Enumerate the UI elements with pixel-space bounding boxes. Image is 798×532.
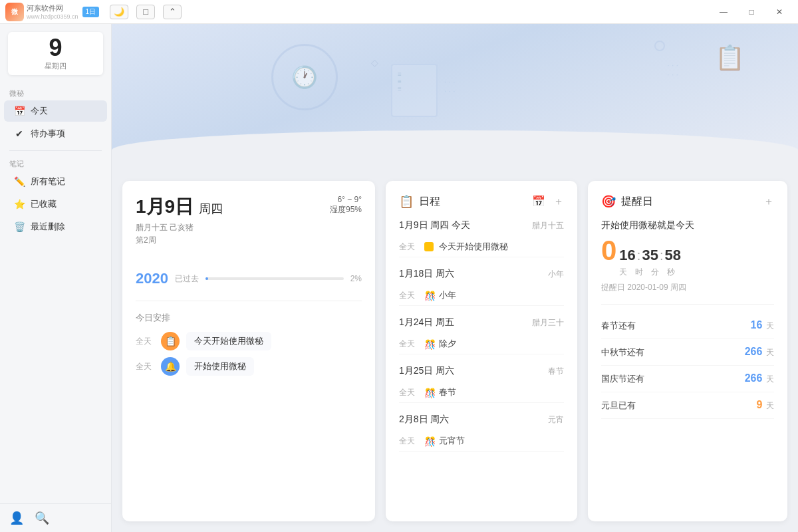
reminder-panel-title: 🎯 提醒日 — [601, 194, 653, 209]
sidebar-date-num: 9 — [15, 36, 96, 60]
check-icon: ✔ — [13, 128, 25, 139]
reminder-item-name-3: 元旦已有 — [601, 400, 636, 412]
schedule-date-lunar-2: 腊月三十 — [532, 317, 564, 329]
deco-calendar-icon: 📋 — [715, 44, 745, 72]
schedule-text-2: 开始使用微秘 — [186, 357, 254, 376]
app-body: 9 星期四 微秘 📅 今天 ✔ 待办事项 笔记 ✏️ 所有笔记 ⭐ 已收藏 🗑️… — [0, 24, 798, 532]
reminder-item-name-2: 国庆节还有 — [601, 373, 644, 385]
sidebar: 9 星期四 微秘 📅 今天 ✔ 待办事项 笔记 ✏️ 所有笔记 ⭐ 已收藏 🗑️… — [0, 24, 112, 532]
schedule-panel-title: 📋 日程 — [399, 194, 440, 209]
sidebar-item-deleted[interactable]: 🗑️ 最近删除 — [4, 216, 107, 237]
schedule-group-2: 1月24日 周五 腊月三十 全天 🎊 除夕 — [399, 317, 564, 354]
countdown-display: 0 16 : 35 : 58 天 — [601, 237, 774, 278]
schedule-event-1-0: 全天 🎊 小年 — [399, 285, 564, 306]
schedule-date-header-3: 1月25日 周六 春节 — [399, 365, 564, 377]
logo-site-url: www.hzdpc0359.cn — [27, 13, 78, 20]
deco-notebook: ≡≡≡ — [391, 64, 438, 117]
sidebar-item-deleted-label: 最近删除 — [31, 221, 65, 233]
reminder-item-days-3: 9 天 — [756, 399, 774, 412]
close-button[interactable]: ✕ — [766, 3, 793, 21]
app-logo: 微 河东软件网 www.hzdpc0359.cn 1日 — [5, 3, 99, 21]
schedule-date-title-2: 1月24日 周五 — [399, 317, 454, 329]
section-label-misec: 微秘 — [0, 86, 111, 100]
sidebar-date-week: 星期四 — [15, 61, 96, 71]
event-dot-yellow — [424, 242, 434, 251]
countdown-unit-labels: 天 时 分 秒 — [619, 267, 681, 278]
year-progress: 2020 已过去 2% — [136, 270, 362, 287]
schedule-item-2: 全天 🔔 开始使用微秘 — [136, 357, 362, 376]
reminder-event-name: 开始使用微秘就是今天 — [601, 219, 774, 231]
schedule-event-2-0: 全天 🎊 除夕 — [399, 334, 564, 354]
schedule-icon: 📋 — [399, 194, 414, 209]
date-widget: 9 星期四 — [8, 32, 103, 75]
year-passed-label: 已过去 — [175, 273, 199, 285]
schedule-text-1: 今天开始使用微秘 — [186, 332, 271, 350]
reminder-item-days-0: 16 天 — [751, 319, 774, 332]
sidebar-item-todo-label: 待办事项 — [31, 128, 65, 140]
moon-icon-btn[interactable]: 🌙 — [110, 5, 128, 19]
today-schedule: 今日安排 全天 📋 今天开始使用微秘 全天 🔔 开始使用微秘 — [136, 301, 362, 376]
festival-icon-3: 🎊 — [424, 388, 434, 397]
unit-min: 分 — [651, 267, 659, 278]
festival-icon-4: 🎊 — [424, 436, 434, 446]
sidebar-item-starred-label: 已收藏 — [31, 198, 57, 210]
schedule-add-btn[interactable]: ＋ — [553, 195, 564, 209]
reminder-item-days-2: 266 天 — [745, 372, 774, 385]
main-content: 🕐 ◇ ≡≡≡ 📋 · · ·· · · · · ·· · · 📍 — [112, 24, 798, 532]
date-badge: 1日 — [82, 7, 100, 17]
schedule-date-header-4: 2月8日 周六 元宵 — [399, 414, 564, 426]
reminder-item-0: 春节还有 16 天 — [601, 313, 774, 339]
deco-dots2: · · ·· · · — [444, 77, 456, 96]
schedule-date-lunar-1: 小年 — [548, 269, 564, 280]
schedule-panel: 📋 日程 📅 ＋ 1月9日 周四 今天 腊月十五 全天 — [386, 181, 577, 521]
minimize-button[interactable]: — — [710, 3, 737, 21]
maximize-button[interactable]: □ — [738, 3, 765, 21]
user-icon[interactable]: 👤 — [9, 511, 24, 525]
schedule-group-4: 2月8日 周六 元宵 全天 🎊 元宵节 — [399, 414, 564, 452]
reminder-item-3: 元旦已有 9 天 — [601, 392, 774, 419]
schedule-date-title-4: 2月8日 周六 — [399, 414, 449, 426]
countdown-days-num: 0 — [601, 237, 616, 265]
schedule-header-actions: 📅 ＋ — [532, 195, 564, 209]
window-icon-btn[interactable]: □ — [136, 5, 155, 19]
schedule-group-0: 1月9日 周四 今天 腊月十五 全天 今天开始使用微秘 — [399, 219, 564, 257]
schedule-date-lunar-0: 腊月十五 — [532, 220, 564, 231]
weather-section: 📍 贵阳 ☁️ 6° ~ 9° 湿度95% — [330, 194, 362, 215]
sidebar-item-todo[interactable]: ✔ 待办事项 — [4, 123, 107, 144]
trash-icon: 🗑️ — [13, 221, 25, 232]
reminder-item-2: 国庆节还有 266 天 — [601, 366, 774, 392]
reminder-add-btn[interactable]: ＋ — [763, 195, 774, 209]
year-progress-pct: 2% — [350, 274, 362, 283]
reminder-panel-header: 🎯 提醒日 ＋ — [601, 194, 774, 209]
schedule-event-0-0: 全天 今天开始使用微秘 — [399, 237, 564, 257]
today-schedule-title: 今日安排 — [136, 312, 362, 324]
deco-dots-pattern: · · ·· · · — [667, 61, 678, 79]
schedule-dot-blue: 🔔 — [161, 357, 180, 376]
unit-sec: 秒 — [667, 267, 675, 278]
sidebar-divider — [9, 150, 102, 151]
schedule-calendar-btn[interactable]: 📅 — [532, 195, 545, 209]
sidebar-item-starred[interactable]: ⭐ 已收藏 — [4, 194, 107, 215]
schedule-event-4-0: 全天 🎊 元宵节 — [399, 431, 564, 452]
window-controls: — □ ✕ — [710, 3, 793, 21]
reminder-header-actions: ＋ — [763, 195, 774, 209]
year-label: 2020 — [136, 270, 168, 287]
schedule-date-lunar-3: 春节 — [548, 366, 564, 377]
pin-icon-btn[interactable]: ⌃ — [163, 5, 182, 19]
calendar-icon: 📅 — [13, 106, 25, 116]
schedule-date-header-2: 1月24日 周五 腊月三十 — [399, 317, 564, 329]
weather-humidity: 湿度95% — [330, 204, 362, 215]
hero-wave — [112, 130, 798, 170]
date-display: 1月9日 周四 — [136, 194, 362, 219]
schedule-date-title-0: 1月9日 周四 今天 — [399, 219, 470, 231]
sidebar-item-all-notes[interactable]: ✏️ 所有笔记 — [4, 171, 107, 192]
time-display: 16 : 35 : 58 — [619, 247, 681, 264]
sidebar-item-today[interactable]: 📅 今天 — [4, 100, 107, 122]
reminder-item-1: 中秋节还有 266 天 — [601, 339, 774, 366]
search-icon[interactable]: 🔍 — [35, 511, 49, 525]
reminder-item-days-1: 266 天 — [745, 346, 774, 358]
date-weather-panel: 📍 贵阳 ☁️ 6° ~ 9° 湿度95% 1月9日 周四 腊月十五 己亥猪 第… — [122, 181, 375, 521]
schedule-dot-orange: 📋 — [161, 332, 180, 350]
unit-day: 天 — [619, 267, 627, 278]
logo-site-name: 河东软件网 — [27, 3, 78, 13]
